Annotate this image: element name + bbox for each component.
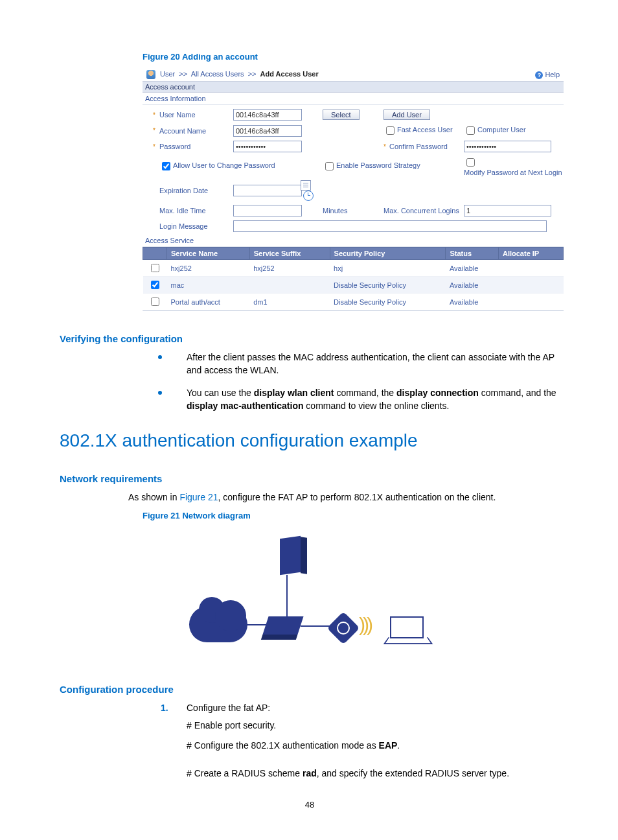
login-msg-input[interactable] xyxy=(233,220,547,232)
concurrent-input[interactable] xyxy=(464,205,551,216)
enable-strategy-checkbox[interactable] xyxy=(325,162,334,170)
login-msg-label: Login Message xyxy=(159,222,231,230)
figure-21-link[interactable]: Figure 21 xyxy=(179,492,218,502)
main-heading: 802.1X authentication configuration exam… xyxy=(60,430,560,451)
figure-20-caption: Figure 20 Adding an account xyxy=(143,52,560,62)
allow-change-label: Allow User to Change Password xyxy=(173,162,275,170)
fast-access-checkbox[interactable] xyxy=(386,126,395,135)
ap-icon xyxy=(327,612,360,645)
idle-label: Max. Idle Time xyxy=(159,207,231,215)
concurrent-label: Max. Concurrent Logins xyxy=(383,207,461,215)
clock-icon[interactable] xyxy=(303,191,314,201)
user-icon xyxy=(146,70,155,79)
network-diagram: ))) xyxy=(189,532,422,662)
col-service-suffix: Service Suffix xyxy=(249,248,330,260)
service-table: Service Name Service Suffix Security Pol… xyxy=(143,247,564,310)
modify-next-label: Modify Password at Next Login xyxy=(464,169,562,176)
breadcrumb: User >> All Access Users >> Add Access U… xyxy=(146,70,319,79)
col-status: Status xyxy=(446,248,499,260)
config-procedure-heading: Configuration procedure xyxy=(60,684,560,695)
idle-input[interactable] xyxy=(233,205,302,216)
required-icon: * xyxy=(145,111,157,119)
user-name-input[interactable] xyxy=(233,109,302,121)
step-1b: # Configure the 802.1X authentication mo… xyxy=(187,739,560,752)
select-button[interactable]: Select xyxy=(323,110,360,120)
panel-title: Access account xyxy=(143,81,564,93)
list-item: After the client passes the MAC address … xyxy=(158,351,560,377)
account-name-input[interactable] xyxy=(233,125,302,137)
computer-user-checkbox[interactable] xyxy=(466,126,475,135)
verifying-heading: Verifying the configuration xyxy=(60,333,560,344)
access-service-header: Access Service xyxy=(143,235,564,247)
col-security-policy: Security Policy xyxy=(330,248,446,260)
expiration-label: Expiration Date xyxy=(159,187,231,194)
table-row: hxj252hxj252hxjAvailable xyxy=(143,260,564,277)
laptop-icon xyxy=(390,616,424,638)
switch-icon xyxy=(262,616,303,635)
confirm-password-label: Confirm Password xyxy=(389,143,448,150)
table-row: Portal auth/acctdm1Disable Security Poli… xyxy=(143,294,564,310)
row-checkbox[interactable] xyxy=(151,264,159,272)
col-service-name: Service Name xyxy=(167,248,250,260)
enable-strategy-label: Enable Password Strategy xyxy=(336,162,420,170)
confirm-password-input[interactable] xyxy=(464,141,551,152)
add-user-button[interactable]: Add User xyxy=(383,110,430,120)
account-name-label: Account Name xyxy=(159,127,231,135)
password-label: Password xyxy=(159,143,231,150)
breadcrumb-mid[interactable]: All Access Users xyxy=(191,70,244,78)
fast-access-label: Fast Access User xyxy=(397,126,453,134)
step-1: Configure the fat AP: # Enable port secu… xyxy=(155,701,560,732)
modify-next-checkbox[interactable] xyxy=(466,158,475,167)
list-item: You can use the display wlan client comm… xyxy=(158,386,560,413)
network-req-heading: Network requirements xyxy=(60,473,560,484)
row-checkbox[interactable] xyxy=(151,298,159,306)
calendar-icon[interactable] xyxy=(301,180,311,191)
password-input[interactable] xyxy=(233,141,302,152)
row-checkbox[interactable] xyxy=(151,281,159,289)
step-1c: # Create a RADIUS scheme rad, and specif… xyxy=(187,767,560,780)
breadcrumb-leaf: Add Access User xyxy=(260,70,319,78)
cloud-icon xyxy=(189,607,247,642)
idle-unit: Minutes xyxy=(323,207,381,215)
access-info-header: Access Information xyxy=(143,93,564,105)
wifi-waves-icon: ))) xyxy=(359,614,371,636)
col-allocate-ip: Allocate IP xyxy=(498,248,563,260)
required-icon: * xyxy=(145,143,157,150)
allow-change-checkbox[interactable] xyxy=(162,162,170,170)
expiration-input[interactable] xyxy=(233,185,302,196)
figure-21-caption: Figure 21 Network diagram xyxy=(143,511,560,520)
server-icon xyxy=(280,536,301,575)
help-link[interactable]: ?Help xyxy=(535,71,560,79)
help-icon: ? xyxy=(535,71,543,79)
required-icon: * xyxy=(145,127,157,134)
add-account-screenshot: User >> All Access Users >> Add Access U… xyxy=(143,68,564,311)
computer-user-label: Computer User xyxy=(477,126,526,134)
table-row: macDisable Security PolicyAvailable xyxy=(143,277,564,294)
breadcrumb-root[interactable]: User xyxy=(160,70,175,78)
page-number: 48 xyxy=(60,800,560,810)
network-req-text: As shown in Figure 21, configure the FAT… xyxy=(128,491,560,504)
user-name-label: User Name xyxy=(159,111,231,119)
